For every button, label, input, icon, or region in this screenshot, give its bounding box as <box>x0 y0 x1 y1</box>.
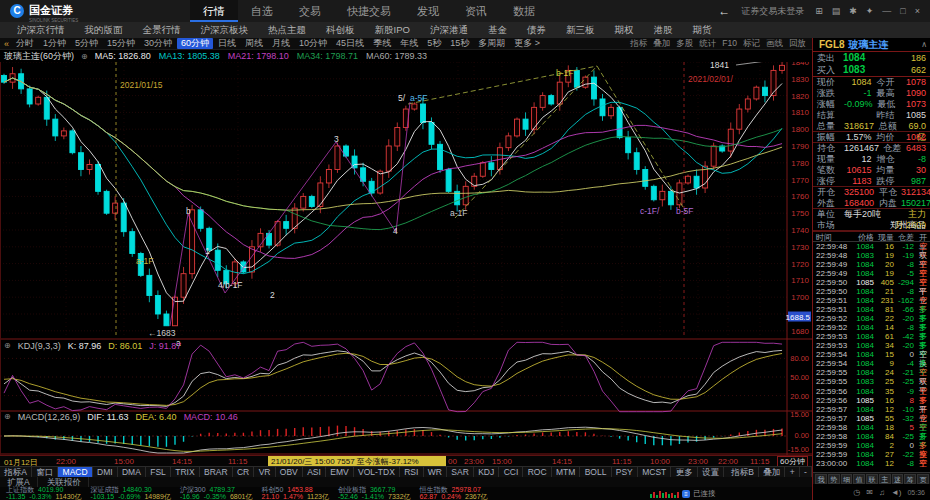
chart-tool-0[interactable]: 指标 <box>630 38 647 50</box>
menu-item-2[interactable]: 交易 <box>286 0 334 22</box>
period-9[interactable]: 10分钟 <box>295 38 331 49</box>
menu-item-0[interactable]: 行情 <box>190 0 238 22</box>
panel-mini-tab-5[interactable]: 主 <box>879 474 891 484</box>
period-5[interactable]: 60分钟 <box>177 38 213 49</box>
bell-icon[interactable]: ♫ <box>879 488 885 497</box>
period-16[interactable]: 更多 > <box>510 38 544 49</box>
panel-mini-tab-4[interactable]: 联 <box>866 474 878 484</box>
volume-icon[interactable]: ◄) <box>891 488 902 497</box>
indicator-tab-KDJ[interactable]: KDJ <box>474 467 499 478</box>
panel-mini-tab-1[interactable]: 势 <box>828 474 840 484</box>
indicator-tab-ASI[interactable]: ASI <box>303 467 326 478</box>
indicator-tab-指标A[interactable]: 指标A <box>0 467 32 478</box>
period-12[interactable]: 年线 <box>396 38 422 49</box>
indicator-tab-BRAR[interactable]: BRAR <box>200 467 233 478</box>
indicator-tab-DMI[interactable]: DMI <box>93 467 118 478</box>
indicator-tab-VOL-TDX[interactable]: VOL-TDX <box>354 467 400 478</box>
indicator-tab-更多[interactable]: 更多 <box>671 467 697 478</box>
indicator-tab-right-3[interactable]: - <box>800 467 812 478</box>
indicator-tab-VR[interactable]: VR <box>254 467 275 478</box>
panel-mini-tab-8[interactable]: 页 <box>917 474 929 484</box>
period-0[interactable]: 分时 <box>12 38 38 49</box>
indicator-tab-PSY[interactable]: PSY <box>612 467 638 478</box>
settings-icon[interactable]: ✱ <box>849 6 857 16</box>
chart-tool-1[interactable]: 叠加 <box>653 38 670 50</box>
collapse-left-icon[interactable]: « <box>4 39 11 49</box>
submenu-item-8[interactable]: 基金 <box>479 22 516 38</box>
gallery-icon[interactable]: ▤ <box>832 6 841 16</box>
index-quote-2[interactable]: 沪深3004789.37-16.96-0.35%6801亿 <box>180 487 253 500</box>
candlestick-chart[interactable]: 2021/01/152021/02/01/1841←1683ba12345/a-… <box>0 62 812 455</box>
indicator-tab-right-0[interactable]: 指标B <box>727 467 759 478</box>
contract-code[interactable]: FGL8 <box>819 39 845 50</box>
indicator-tab-MCST[interactable]: MCST <box>638 467 671 478</box>
period-3[interactable]: 15分钟 <box>103 38 139 49</box>
period-1[interactable]: 1分钟 <box>39 38 70 49</box>
period-14[interactable]: 15秒 <box>446 38 473 49</box>
bid-row[interactable]: 买入 1083 662 <box>813 64 930 76</box>
indicator-tab-MACD[interactable]: MACD <box>58 467 92 478</box>
connection-icon[interactable]: ≡ <box>682 490 690 498</box>
period-2[interactable]: 5分钟 <box>71 38 102 49</box>
index-quote-1[interactable]: 深证成指14840.30-103.15-0.69%14989亿 <box>90 487 170 500</box>
chart-tool-5[interactable]: 标记 <box>743 38 760 50</box>
indicator-tab-RSI[interactable]: RSI <box>400 467 424 478</box>
period-4[interactable]: 30分钟 <box>140 38 176 49</box>
submenu-item-13[interactable]: 期货 <box>683 22 720 38</box>
menu-item-6[interactable]: 数据 <box>500 0 548 22</box>
grid-icon[interactable]: ⊞ <box>815 6 823 16</box>
close-icon[interactable]: × <box>915 6 920 16</box>
submenu-item-0[interactable]: 沪深京行情 <box>8 22 74 38</box>
kdj-expand-icon[interactable]: ⊕ <box>4 341 11 351</box>
indicator-tab-SAR[interactable]: SAR <box>447 467 474 478</box>
menu-item-3[interactable]: 快捷交易 <box>334 0 404 22</box>
period-15[interactable]: 多周期 <box>474 38 509 49</box>
indicator-tab-BOLL[interactable]: BOLL <box>580 467 611 478</box>
theme-icon[interactable]: ✦ <box>866 6 874 16</box>
submenu-item-12[interactable]: 港股 <box>644 22 681 38</box>
indicator-tab-TRIX[interactable]: TRIX <box>171 467 200 478</box>
contract-name[interactable]: 玻璃主连 <box>849 38 889 52</box>
chart-tool-7[interactable]: 回放 <box>789 38 806 50</box>
index-quote-4[interactable]: 创业板指3667.79-52.46-1.41%7332亿 <box>338 487 411 500</box>
indicator-tab-设置[interactable]: 设置 <box>698 467 724 478</box>
indicator-tab-OBV[interactable]: OBV <box>276 467 303 478</box>
index-quote-3[interactable]: 科创501453.8821.101.47%1123亿 <box>262 487 329 500</box>
submenu-item-6[interactable]: 新股IPO <box>366 22 419 38</box>
indicator-tab-WR[interactable]: WR <box>424 467 448 478</box>
chevron-up-icon[interactable]: ∧ <box>921 40 927 49</box>
panel-mini-tab-7[interactable]: 筹 <box>904 474 916 484</box>
index-quote-0[interactable]: 上证指数4019.90-11.35-0.33%11430亿 <box>6 487 81 500</box>
period-13[interactable]: 5秒 <box>423 38 445 49</box>
menu-item-4[interactable]: 发现 <box>404 0 452 22</box>
indicator-tab-CCI[interactable]: CCI <box>499 467 523 478</box>
menu-item-5[interactable]: 资讯 <box>452 0 500 22</box>
index-quote-5[interactable]: 恒生指数25978.0762.870.24%2367亿 <box>420 487 488 500</box>
period-7[interactable]: 周线 <box>241 38 267 49</box>
panel-mini-tab-3[interactable]: 值 <box>853 474 865 484</box>
indicator-tab-right-1[interactable]: 叠加 <box>759 467 785 478</box>
panel-mini-tab-6[interactable]: 迷 <box>892 474 904 484</box>
indicator-tab-EMV[interactable]: EMV <box>326 467 354 478</box>
menu-item-1[interactable]: 自选 <box>238 0 286 22</box>
period-10[interactable]: 45日线 <box>332 38 368 49</box>
expand-icon[interactable]: ⊕ <box>81 52 88 61</box>
chart-tool-3[interactable]: 统计 <box>699 38 716 50</box>
submenu-item-7[interactable]: 沪深港通 <box>421 22 477 38</box>
login-status[interactable]: 证券交易未登录 <box>741 5 804 18</box>
tick-list[interactable]: 22:59:48108416-12空平22:59:48108319-19双平22… <box>813 242 930 468</box>
period-8[interactable]: 月线 <box>268 38 294 49</box>
minimize-icon[interactable]: — <box>882 6 891 16</box>
chart-tool-4[interactable]: F10 <box>722 38 737 50</box>
submenu-item-4[interactable]: 热点主题 <box>259 22 315 38</box>
period-6[interactable]: 日线 <box>214 38 240 49</box>
submenu-item-1[interactable]: 我的版面 <box>76 22 132 38</box>
submenu-item-2[interactable]: 全景行情 <box>134 22 190 38</box>
chart-tool-6[interactable]: 画线 <box>766 38 783 50</box>
indicator-tab-ROC[interactable]: ROC <box>523 467 551 478</box>
info-icon[interactable]: ◷ <box>853 488 860 497</box>
indicator-tab-DMA[interactable]: DMA <box>118 467 146 478</box>
indicator-tab-right-2[interactable]: + <box>785 467 799 478</box>
macd-expand-icon[interactable]: ⊕ <box>4 412 11 422</box>
restore-icon[interactable]: □ <box>900 6 905 16</box>
